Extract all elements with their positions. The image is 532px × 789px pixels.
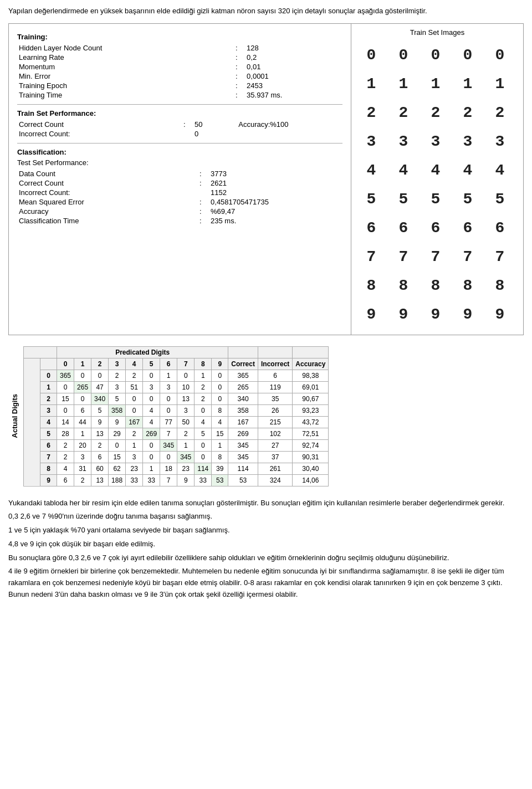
correct-count: 340 — [228, 393, 258, 404]
correct-count: 358 — [228, 404, 258, 416]
digit-cell: 9 — [358, 301, 385, 328]
intro-text: Yapılan değerlendirmede en yüksek başarı… — [8, 6, 524, 17]
matrix-row: 622020103451013452792,74 — [24, 439, 329, 451]
digit-cell: 0 — [358, 42, 385, 69]
train-images-title: Train Set Images — [356, 28, 519, 37]
digit-cell: 5 — [454, 186, 481, 213]
matrix-row: 0365002201010365698,38 — [24, 370, 329, 381]
matrix-cell: 365 — [57, 370, 74, 381]
digit-cell: 7 — [390, 244, 417, 270]
class-label: Data Count — [17, 169, 198, 178]
matrix-cell: 0 — [212, 381, 228, 393]
training-param-row: Training Epoch : 2453 — [17, 81, 342, 90]
classification-row: Data Count : 3773 — [17, 169, 342, 178]
param-label: Hidden Layer Node Count — [17, 43, 234, 53]
actual-digit-label: 9 — [40, 474, 57, 486]
class-value: %69,47 — [209, 207, 342, 216]
pred-col-header: 5 — [143, 358, 160, 370]
matrix-cell: 4 — [57, 463, 74, 474]
matrix-container: Actual Digits Predicated Digits012345678… — [8, 346, 524, 486]
matrix-cell: 4 — [195, 416, 212, 428]
digit-cell: 8 — [358, 273, 385, 299]
class-value: 235 ms. — [209, 216, 342, 226]
param-label: Learning Rate — [17, 53, 234, 62]
digit-cell: 9 — [390, 301, 417, 328]
matrix-cell: 1 — [143, 463, 160, 474]
param-sep: : — [234, 71, 245, 81]
matrix-cell: 2 — [109, 370, 126, 381]
matrix-row: 102654735133102026511969,01 — [24, 381, 329, 393]
matrix-cell: 3 — [126, 451, 143, 463]
classification-row: Correct Count : 2621 — [17, 178, 342, 188]
matrix-cell: 0 — [143, 393, 160, 404]
digit-cell: 3 — [390, 129, 417, 155]
digit-cell: 1 — [422, 71, 449, 98]
training-param-row: Hidden Layer Node Count : 128 — [17, 43, 342, 53]
class-value: 0,4581705471735 — [209, 197, 342, 207]
accuracy-value: 69,01 — [293, 381, 329, 393]
performance-row: Correct Count : 50 Accuracy:%100 — [17, 120, 342, 129]
param-sep: : — [234, 81, 245, 90]
class-value: 3773 — [209, 169, 342, 178]
matrix-cell: 1 — [126, 439, 143, 451]
class-sep — [198, 188, 209, 197]
param-label: Training Time — [17, 90, 234, 100]
classification-row: Incorrect Count: 1152 — [17, 188, 342, 197]
class-value: 1152 — [209, 188, 342, 197]
matrix-cell: 13 — [91, 474, 109, 486]
matrix-cell: 0 — [143, 439, 160, 451]
matrix-cell: 5 — [195, 428, 212, 439]
matrix-cell: 23 — [126, 463, 143, 474]
digit-cell: 1 — [487, 71, 513, 98]
matrix-cell: 15 — [57, 393, 74, 404]
param-label: Training Epoch — [17, 81, 234, 90]
class-sep: : — [198, 216, 209, 226]
matrix-corner-2 — [40, 358, 57, 370]
matrix-cell: 51 — [126, 381, 143, 393]
matrix-cell: 2 — [126, 428, 143, 439]
body-paragraph: 0,3 2,6 ve 7 %90'nın üzerinde doğru tanı… — [8, 511, 524, 522]
perf-label: Correct Count — [17, 120, 182, 129]
digit-cell: 9 — [422, 301, 449, 328]
matrix-cell: 13 — [91, 428, 109, 439]
digit-cell: 9 — [487, 301, 513, 328]
matrix-cell: 33 — [126, 474, 143, 486]
class-label: Correct Count — [17, 178, 198, 188]
matrix-extra-empty — [293, 346, 329, 358]
training-param-row: Min. Error : 0,0001 — [17, 71, 342, 81]
matrix-row: 723615300345083453790,31 — [24, 451, 329, 463]
matrix-cell: 3 — [143, 381, 160, 393]
matrix-cell: 4 — [212, 416, 228, 428]
perf-sep — [182, 129, 193, 139]
training-info-panel: Training: Hidden Layer Node Count : 128L… — [9, 24, 351, 335]
param-label: Min. Error — [17, 71, 234, 81]
matrix-cell: 62 — [109, 463, 126, 474]
matrix-cell: 358 — [109, 404, 126, 416]
matrix-cell: 2 — [177, 428, 195, 439]
digit-cell: 8 — [422, 273, 449, 299]
correct-count: 345 — [228, 439, 258, 451]
matrix-cell: 2 — [57, 439, 74, 451]
digit-cell: 5 — [422, 186, 449, 213]
matrix-cell: 3 — [177, 404, 195, 416]
body-text: Yukarıdaki tabloda her bir resim için el… — [8, 498, 524, 601]
class-sep: : — [198, 169, 209, 178]
param-value: 128 — [245, 43, 342, 53]
digit-cell: 5 — [487, 186, 513, 213]
matrix-cell: 0 — [177, 370, 195, 381]
matrix-cell: 1 — [74, 428, 91, 439]
digit-cell: 7 — [454, 244, 481, 270]
correct-count: 167 — [228, 416, 258, 428]
matrix-cell: 345 — [160, 439, 177, 451]
correct-count: 114 — [228, 463, 258, 474]
classification-row: Classification Time : 235 ms. — [17, 216, 342, 226]
incorrect-count: 119 — [258, 381, 292, 393]
matrix-cell: 47 — [91, 381, 109, 393]
matrix-cell: 29 — [109, 428, 126, 439]
incorrect-count: 261 — [258, 463, 292, 474]
matrix-cell: 33 — [195, 474, 212, 486]
matrix-row: 30653580403083582693,23 — [24, 404, 329, 416]
matrix-cell: 39 — [212, 463, 228, 474]
digit-cell: 2 — [390, 100, 417, 126]
actual-digit-label: 4 — [40, 416, 57, 428]
